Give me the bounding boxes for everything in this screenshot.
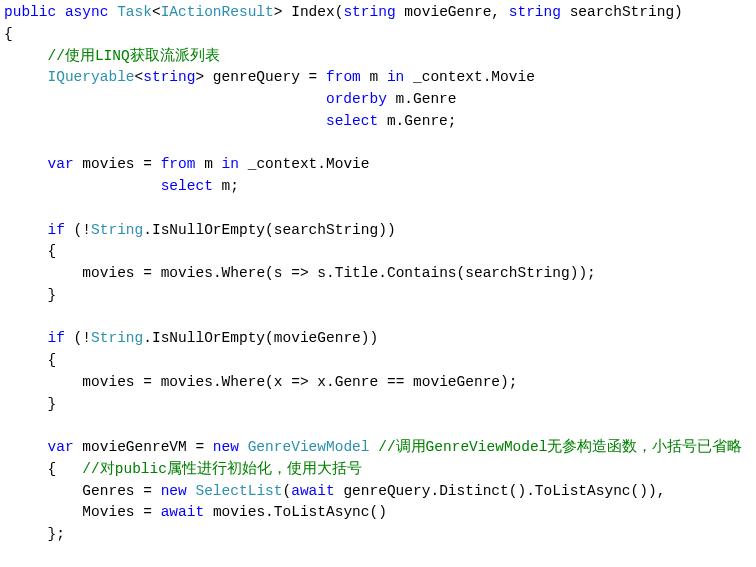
code-block: public async Task<IActionResult> Index(s… <box>4 4 742 567</box>
